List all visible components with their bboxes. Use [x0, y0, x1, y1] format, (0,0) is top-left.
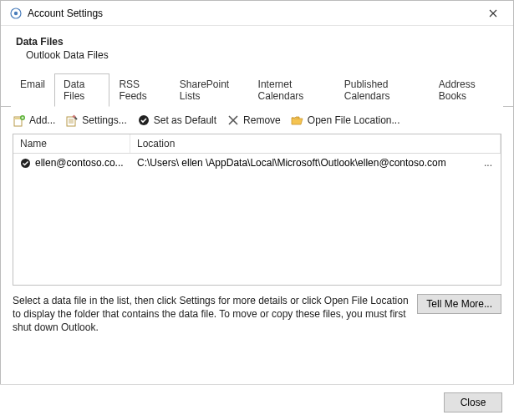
remove-label: Remove: [243, 114, 281, 126]
remove-button[interactable]: Remove: [226, 114, 281, 127]
add-label: Add...: [29, 114, 55, 126]
tab-bar: Email Data Files RSS Feeds SharePoint Li…: [1, 73, 513, 107]
tab-rss-feeds[interactable]: RSS Feeds: [109, 73, 170, 107]
add-button[interactable]: Add...: [13, 114, 55, 127]
tab-internet-calendars[interactable]: Internet Calendars: [249, 73, 335, 107]
grid-header: Name Location: [13, 134, 501, 154]
remove-icon: [226, 114, 240, 127]
header-title: Data Files: [16, 36, 498, 48]
toolbar: Add... Settings... Set as Default Remove…: [1, 107, 513, 132]
settings-label: Settings...: [82, 114, 126, 126]
close-button[interactable]: Close: [444, 392, 502, 412]
svg-rect-3: [15, 118, 21, 119]
add-icon: [13, 114, 26, 127]
data-files-grid: Name Location ellen@contoso.co... C:\Use…: [13, 134, 501, 286]
tab-address-books[interactable]: Address Books: [430, 73, 503, 107]
set-default-button[interactable]: Set as Default: [137, 114, 216, 127]
tab-email[interactable]: Email: [11, 73, 54, 107]
app-icon: [9, 7, 23, 20]
svg-rect-5: [67, 117, 75, 126]
close-icon[interactable]: [480, 1, 506, 25]
row-name: ellen@contoso.co...: [35, 157, 134, 169]
header-subtitle: Outlook Data Files: [26, 49, 498, 61]
window-title: Account Settings: [28, 8, 480, 19]
set-default-label: Set as Default: [154, 114, 216, 126]
open-file-location-label: Open File Location...: [308, 114, 400, 126]
folder-open-icon: [291, 114, 304, 127]
column-name[interactable]: Name: [13, 134, 130, 153]
tell-me-more-button[interactable]: Tell Me More...: [417, 294, 501, 314]
header: Data Files Outlook Data Files: [1, 26, 513, 73]
help-text: Select a data file in the list, then cli…: [13, 294, 409, 335]
row-ellipsis: ...: [481, 157, 496, 169]
help-area: Select a data file in the list, then cli…: [1, 286, 513, 335]
column-location[interactable]: Location: [130, 134, 501, 153]
titlebar: Account Settings: [1, 1, 513, 26]
tab-data-files[interactable]: Data Files: [54, 73, 109, 107]
svg-point-1: [14, 11, 18, 14]
settings-button[interactable]: Settings...: [65, 114, 126, 127]
table-row[interactable]: ellen@contoso.co... C:\Users\ ellen \App…: [13, 154, 501, 172]
footer: Close: [0, 384, 514, 420]
open-file-location-button[interactable]: Open File Location...: [291, 114, 400, 127]
settings-icon: [65, 114, 79, 127]
tab-published-calendars[interactable]: Published Calendars: [335, 73, 430, 107]
tab-sharepoint-lists[interactable]: SharePoint Lists: [170, 73, 249, 107]
default-check-icon: [18, 156, 32, 170]
check-circle-icon: [137, 114, 150, 127]
row-location: C:\Users\ ellen \AppData\Local\Microsoft…: [134, 157, 481, 169]
